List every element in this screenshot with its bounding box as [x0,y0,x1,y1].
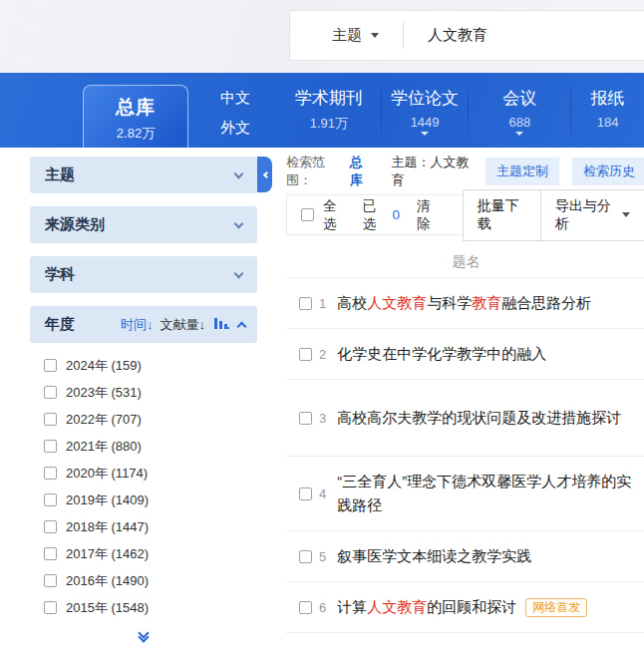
bar-chart-icon[interactable] [214,316,229,334]
batch-download-button[interactable]: 批量下载 [463,189,541,241]
topic-condition: 主题：人文教育 [392,154,475,189]
title-text: 融合思路分析 [501,294,591,311]
results-list: 1高校人文教育与科学教育融合思路分析2化学史在中学化学教学中的融入3高校高尔夫教… [286,278,644,650]
chevron-down-icon [515,132,523,136]
sidebar-collapse-button[interactable] [257,157,272,192]
year-item[interactable]: 2021年 (880) [44,433,257,460]
nav-tabs: 学术期刊1.91万学位论文1449会议688报纸184 [277,73,644,148]
year-item[interactable]: 2023年 (531) [44,379,257,406]
year-label: 2019年 (1409) [66,491,149,509]
result-title-link[interactable]: 计算人文教育的回顾和探讨网络首发 [337,595,587,619]
nav-tab-3[interactable]: 报纸184 [571,73,644,148]
result-title-link[interactable]: 叙事医学文本细读之教学实践 [337,544,531,568]
sort-by-count-link[interactable]: 文献量↓ [161,316,206,334]
nav-tab-1[interactable]: 学位论文1449 [382,73,469,148]
search-input[interactable]: 人文教育 [428,26,487,45]
row-number: 2 [319,347,326,362]
result-row: 7突发公共卫生事件背景下医学研究生培养的探讨 [286,633,644,650]
search-field-selector[interactable]: 主题 [332,26,362,45]
select-all-checkbox[interactable] [301,208,314,221]
topic-customize-button[interactable]: 主题定制 [485,158,559,185]
row-number: 4 [319,487,326,501]
title-text: 的回顾和探讨 [427,598,516,615]
year-panel-header[interactable]: 年度 时间↓ 文献量↓ [30,306,257,343]
search-scope-row: 检索范围： 总库 主题：人文教育 主题定制 检索历史 [286,158,644,185]
chevron-down-icon [234,268,244,278]
year-checkbox[interactable] [44,493,57,506]
result-title-link[interactable]: 化学史在中学化学教学中的融入 [337,342,546,366]
export-analyze-label: 导出与分析 [555,197,615,233]
result-title-link[interactable]: 高校人文教育与科学教育融合思路分析 [337,291,591,315]
chevron-up-icon[interactable] [237,322,247,332]
filter-panel-label: 来源类别 [45,215,235,234]
lang-foreign[interactable]: 外文 [199,119,271,138]
results-toolbar: 全选 已选 0 清除 批量下载 导出与分析 [286,194,644,235]
result-title-link[interactable]: 高校高尔夫教学的现状问题及改进措施探讨 [337,406,621,430]
row-checkbox[interactable] [299,412,312,425]
filter-panel-label: 主题 [45,165,235,184]
year-checkbox[interactable] [44,440,57,453]
year-item[interactable]: 2022年 (707) [44,406,257,433]
year-checkbox[interactable] [44,601,57,614]
title-text: 计算 [337,598,367,615]
result-row: 3高校高尔夫教学的现状问题及改进措施探讨 [286,380,644,457]
year-checkbox[interactable] [44,359,57,372]
nav-tab-2[interactable]: 会议688 [469,73,570,148]
row-checkbox[interactable] [299,488,312,500]
search-divider [403,22,404,49]
year-checkbox[interactable] [44,467,57,480]
year-panel-body: 2024年 (159)2023年 (531)2022年 (707)2021年 (… [30,343,257,650]
year-checkbox[interactable] [44,574,57,587]
year-panel-title: 年度 [45,315,75,334]
result-title-link[interactable]: “三全育人”理念下德术双馨医学人才培养的实践路径 [337,470,636,517]
year-checkbox[interactable] [44,413,57,426]
scope-value-link[interactable]: 总库 [350,154,374,189]
nav-tab-label: 学位论文 [382,87,469,110]
export-analyze-button[interactable]: 导出与分析 [540,189,644,241]
chevron-left-icon [262,170,269,177]
chevron-down-icon[interactable] [371,33,379,38]
search-history-button[interactable]: 检索历史 [572,158,644,185]
year-checkbox[interactable] [44,386,57,399]
filter-panel-label: 学科 [45,265,235,284]
result-row: 4“三全育人”理念下德术双馨医学人才培养的实践路径 [286,457,644,531]
chevron-down-icon [234,168,244,178]
nav-tab-label: 报纸 [571,87,644,110]
row-checkbox[interactable] [299,601,312,614]
nav-tab-label: 会议 [469,87,570,110]
year-label: 2018年 (1447) [66,518,149,536]
year-item[interactable]: 2015年 (1548) [44,594,257,621]
select-all-label[interactable]: 全选 [323,197,348,233]
title-text: 化学史在中学化学教学中的融入 [337,345,546,362]
year-label: 2022年 (707) [66,411,142,429]
results-content: 检索范围： 总库 主题：人文教育 主题定制 检索历史 全选 已选 0 清除 批量… [286,158,644,650]
filter-panel-2[interactable]: 学科 [30,256,257,293]
year-item[interactable]: 2024年 (159) [44,352,257,379]
year-item[interactable]: 2019年 (1409) [44,487,257,513]
result-row: 5叙事医学文本细读之教学实践 [286,531,644,582]
year-item[interactable]: 2020年 (1174) [44,460,257,487]
year-item[interactable]: 2016年 (1490) [44,567,257,594]
year-label: 2024年 (159) [66,357,142,375]
lang-chinese[interactable]: 中文 [199,89,271,108]
sort-by-time-link[interactable]: 时间↓ [121,316,154,334]
year-checkbox[interactable] [44,520,57,533]
filter-panel-1[interactable]: 来源类别 [30,206,257,243]
nav-tab-count: 184 [571,115,644,130]
nav-tab-0[interactable]: 学术期刊1.91万 [277,73,381,148]
nav-tab-count: 1.91万 [277,115,381,133]
expand-more-years-button[interactable] [30,621,257,650]
year-checkbox[interactable] [44,547,57,560]
row-checkbox[interactable] [299,348,312,361]
highlighted-keyword: 人文教育 [367,294,427,311]
nav-tab-total[interactable]: 总库 2.82万 [83,85,188,148]
row-checkbox[interactable] [299,550,312,563]
row-number: 1 [319,296,326,311]
row-checkbox[interactable] [299,297,312,310]
filter-panel-0[interactable]: 主题 [30,157,257,193]
year-item[interactable]: 2017年 (1462) [44,540,257,567]
clear-selection-button[interactable]: 清除 [417,197,442,233]
nav-tab-count: 688 [469,115,570,130]
row-number: 6 [319,600,326,615]
year-item[interactable]: 2018年 (1447) [44,513,257,540]
